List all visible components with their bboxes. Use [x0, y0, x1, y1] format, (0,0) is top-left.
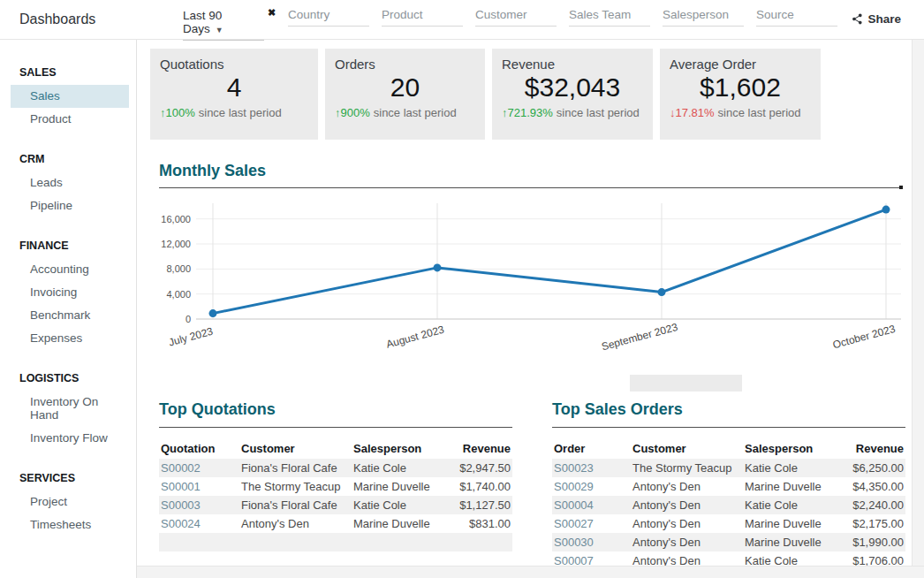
x-axis-month-label: September 2023 — [600, 321, 679, 354]
sidebar-item-accounting[interactable]: Accounting — [11, 258, 129, 281]
sidebar-item-invoicing[interactable]: Invoicing — [11, 281, 129, 304]
sidebar-item-inventory-flow[interactable]: Inventory Flow — [11, 427, 129, 450]
top-bar: Dashboards Last 90 Days▼ ✖ Share — [0, 0, 924, 40]
revenue-cell: $6,250.00 — [837, 459, 905, 477]
table-row: S00002Fiona's Floral CafeKatie Cole$2,94… — [159, 459, 512, 477]
kpi-delta: ↑721.93%since last period — [502, 106, 643, 119]
sidebar-section-services: SERVICESProjectTimesheets — [0, 467, 136, 536]
sidebar-item-timesheets[interactable]: Timesheets — [11, 513, 129, 536]
kpi-title: Orders — [335, 57, 475, 72]
sidebar-item-benchmark[interactable]: Benchmark — [11, 304, 129, 327]
arrow-up-icon: ↑ — [160, 106, 166, 119]
data-point[interactable] — [882, 206, 890, 214]
table-row: S00004Antony's DenKatie Cole$2,240.00 — [552, 496, 905, 514]
share-button[interactable]: Share — [852, 0, 901, 39]
text-cell: Antony's Den — [631, 477, 743, 496]
text-cell: Marine Duvelle — [352, 477, 444, 496]
text-cell: The Stormy Teacup — [631, 459, 743, 477]
kpi-delta-suffix: since last period — [718, 106, 801, 119]
chart-scrollbar-thumb[interactable] — [630, 375, 742, 392]
top-sales-orders-title: Top Sales Orders — [552, 400, 905, 428]
record-link[interactable]: S00029 — [552, 477, 631, 496]
sidebar-section-logistics: LOGISTICSInventory On HandInventory Flow — [0, 367, 136, 450]
sidebar-section-sales: SALESSalesProduct — [0, 61, 136, 131]
text-cell: Antony's Den — [631, 514, 743, 533]
revenue-cell: $831.00 — [444, 514, 512, 533]
country-filter-input[interactable] — [288, 6, 369, 27]
top-quotations-title: Top Quotations — [159, 400, 512, 428]
y-axis-tick-label: 8,000 — [166, 263, 191, 274]
sidebar-section-title: SERVICES — [0, 467, 136, 491]
period-filter-dropdown[interactable]: Last 90 Days▼ — [183, 9, 264, 41]
arrow-up-icon: ↑ — [502, 106, 508, 119]
kpi-delta-percent: 100% — [166, 106, 195, 119]
chart-title: Monthly Sales — [159, 162, 266, 180]
record-link[interactable]: S00027 — [552, 514, 631, 533]
horizontal-scrollbar[interactable] — [137, 566, 924, 578]
table-row: S00003Fiona's Floral CafeKatie Cole$1,12… — [159, 496, 512, 514]
data-point[interactable] — [434, 263, 442, 271]
column-header-salesperson: Salesperson — [743, 438, 837, 459]
record-link[interactable]: S00030 — [552, 533, 631, 551]
x-axis-month-label: August 2023 — [385, 323, 446, 351]
sidebar-item-sales[interactable]: Sales — [11, 85, 129, 108]
column-header-customer: Customer — [631, 438, 743, 459]
sidebar-section-title: CRM — [0, 148, 136, 171]
source-filter-input[interactable] — [756, 6, 837, 27]
kpi-delta: ↑100%since last period — [160, 106, 308, 119]
table-header-row: OrderCustomerSalespersonRevenue — [552, 438, 905, 459]
sidebar-item-inventory-on-hand[interactable]: Inventory On Hand — [11, 391, 129, 427]
sidebar-item-product[interactable]: Product — [11, 108, 129, 131]
record-link[interactable]: S00004 — [552, 496, 631, 514]
data-point[interactable] — [209, 309, 217, 317]
sidebar-item-leads[interactable]: Leads — [11, 171, 129, 194]
kpi-value: 4 — [160, 72, 308, 103]
table-row: S00001The Stormy TeacupMarine Duvelle$1,… — [159, 477, 512, 496]
sales-team-filter-input[interactable] — [569, 6, 650, 27]
record-link[interactable]: S00024 — [159, 514, 239, 533]
customer-filter-input[interactable] — [475, 6, 557, 27]
record-link[interactable]: S00003 — [159, 496, 239, 514]
kpi-card-revenue: Revenue$32,043↑721.93%since last period — [492, 49, 653, 140]
kpi-value: $1,602 — [670, 72, 811, 103]
kpi-delta: ↑900%since last period — [335, 106, 475, 119]
sidebar-item-project[interactable]: Project — [11, 491, 129, 513]
kpi-value: $32,043 — [502, 72, 643, 103]
monthly-sales-line-chart[interactable]: 04,0008,00012,00016,000July 2023August 2… — [159, 199, 905, 362]
table-header-row: QuotationCustomerSalespersonRevenue — [159, 438, 512, 459]
vertical-scrollbar[interactable] — [912, 40, 924, 578]
x-axis-month-label: July 2023 — [167, 325, 215, 349]
remove-filter-icon[interactable]: ✖ — [268, 7, 276, 19]
revenue-cell: $2,947.50 — [444, 459, 512, 477]
sidebar-item-pipeline[interactable]: Pipeline — [11, 194, 129, 217]
text-cell: Marine Duvelle — [743, 514, 837, 533]
text-cell: The Stormy Teacup — [239, 477, 352, 496]
product-filter-input[interactable] — [382, 6, 463, 27]
kpi-delta: ↓17.81%since last period — [670, 106, 811, 119]
salesperson-filter-input[interactable] — [663, 6, 744, 27]
data-point[interactable] — [658, 288, 666, 296]
arrow-up-icon: ↑ — [335, 106, 341, 119]
kpi-delta-suffix: since last period — [199, 106, 282, 119]
record-link[interactable]: S00001 — [159, 477, 239, 496]
top-sales-orders-table: OrderCustomerSalespersonRevenueS00023The… — [552, 438, 905, 570]
revenue-cell: $2,175.00 — [837, 514, 905, 533]
revenue-cell: $1,127.50 — [444, 496, 512, 514]
kpi-value: 20 — [335, 72, 475, 103]
y-axis-tick-label: 0 — [186, 314, 191, 324]
sidebar-section-title: FINANCE — [0, 234, 136, 258]
text-cell: Antony's Den — [631, 533, 743, 551]
revenue-cell: $1,740.00 — [444, 477, 512, 496]
table-row: S00029Antony's DenMarine Duvelle$4,350.0… — [552, 477, 905, 496]
record-link[interactable]: S00023 — [552, 459, 631, 477]
sidebar-item-expenses[interactable]: Expenses — [11, 327, 129, 350]
filter-bar — [288, 6, 850, 27]
table-row: S00023The Stormy TeacupKatie Cole$6,250.… — [552, 459, 905, 477]
record-link[interactable]: S00002 — [159, 459, 239, 477]
text-cell: Marine Duvelle — [743, 477, 837, 496]
chart-resize-handle[interactable] — [899, 186, 903, 189]
revenue-cell: $4,350.00 — [837, 477, 905, 496]
sales-line-series — [213, 209, 886, 314]
kpi-delta-percent: 17.81% — [676, 106, 715, 119]
kpi-title: Revenue — [502, 57, 643, 72]
